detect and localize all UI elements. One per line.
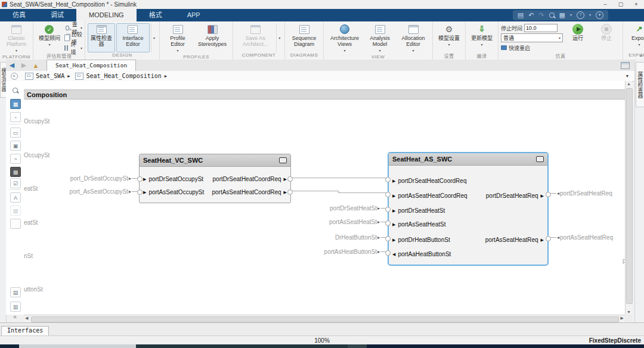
input-port[interactable]: ▶ portDrHeatButtonSt [390,237,450,243]
tab-format[interactable]: 格式 [137,9,175,21]
input-port[interactable]: ▶ portDrSeatHeatCoordReq [390,178,466,184]
sequence-diagram-button[interactable]: Sequence Diagram [287,23,321,52]
port-socket[interactable] [287,176,293,182]
environment-button[interactable]: 环境▾ [64,44,82,52]
output-port[interactable]: portAsSeatHeatCoordReq ▶ [212,189,289,195]
connector-wire[interactable] [338,192,388,193]
reversed-port[interactable]: ◀ portAaHeatButtonSt [390,251,451,257]
save-as-architecture-button[interactable]: Save As Architect... [236,23,275,52]
block-header[interactable]: SeatHeat_AS_SWC [389,153,547,166]
interface-editor-button[interactable]: Interface Editor [116,23,150,52]
minimize-button[interactable]: – [597,0,613,9]
simulation-mode-select[interactable]: 普通▾ [501,33,563,42]
input-port[interactable]: ▶ portDrSeatHeatSt [390,207,445,214]
classic-platform-button[interactable]: Classic Platform▾ [2,23,30,54]
up-arrow-icon[interactable]: ▲ [30,62,42,69]
external-output-label[interactable]: ◂portAsSeatHeatReq [549,234,613,241]
external-input-label[interactable]: portAsHeatButtonSt▸ [324,248,388,255]
block-header[interactable]: SeatHeat_VC_SWC [140,154,290,167]
annotation-box-tool-icon[interactable]: ▫ [10,112,21,122]
port-socket[interactable] [546,236,551,241]
external-input-label[interactable]: DrHeatButtonSt▸ [335,234,388,241]
profile-editor-button[interactable]: Profile Editor▾ [162,23,193,54]
ribbon-options-icon[interactable]: ▾ [596,11,603,19]
check-tool-icon[interactable]: ☑ [10,178,21,188]
window-layout-icon[interactable]: ▦ [559,11,565,20]
apply-stereotypes-button[interactable]: Apply Stereotypes [194,23,230,54]
document-tab[interactable]: Seat_Heat_Composition [47,60,136,71]
annotation-text-tool-icon[interactable]: A [10,192,21,203]
run-button[interactable]: 运行 [564,23,592,52]
explore-icon[interactable] [11,73,18,80]
model-advisor-button[interactable]: ✓ 模型顾问▾ [36,23,63,52]
port-socket[interactable] [546,192,551,197]
architecture-views-button[interactable]: Architecture Views▾ [326,23,363,54]
save-icon[interactable]: ▤ [518,11,524,20]
fast-restart-toggle[interactable]: 快速重启 [501,44,563,52]
layout-dropdown-icon[interactable]: ▾ [570,11,572,20]
output-port[interactable]: portAsSeatHeatReq ▶ [485,237,546,243]
image-tool-icon[interactable]: ▨ [10,206,21,216]
port-socket[interactable] [137,189,143,195]
tab-modeling[interactable]: MODELING [76,9,137,21]
external-output-label[interactable]: ◂portDrSeatHeatReq [549,190,612,197]
output-port[interactable]: portDrSeatHeatReq ▶ [486,192,546,199]
interfaces-tab[interactable]: Interfaces [1,326,49,336]
output-port[interactable]: portDrSeatHeatCoordReq ▶ [213,176,289,182]
stop-button[interactable]: 停止 [593,23,620,52]
breadcrumb-item-model[interactable]: Seat_SWA [36,73,64,79]
scroll-left-icon[interactable]: ◀ [25,316,28,321]
dark-block-tool-icon[interactable]: ▩ [10,167,21,177]
help-icon[interactable]: ? [577,11,584,19]
signal-tool-icon[interactable]: ~ [10,154,21,164]
port-socket[interactable] [385,236,391,241]
design-gallery-dropdown[interactable]: ▾ [151,23,157,52]
scroll-down-icon[interactable]: ▼ [626,310,632,314]
redo-icon[interactable]: ↷ [538,11,544,20]
export-button[interactable]: ↗ Export▾ [626,23,644,52]
breadcrumb-dropdown-icon[interactable]: ▼ [626,74,628,79]
external-input-label[interactable]: port_AsSeatOccupySt▸ [70,188,139,195]
back-arrow-icon[interactable]: ◀ [6,61,18,69]
analysis-model-button[interactable]: Analysis Model▾ [364,23,395,54]
input-port[interactable]: ▶ portAsSeatOccupySt [141,189,204,195]
scroll-up-icon[interactable]: ▲ [626,82,632,86]
search-icon[interactable] [549,13,555,18]
breadcrumb-item-composition[interactable]: Seat_Heat_Composition [86,73,161,79]
port-socket[interactable] [385,220,391,226]
connector-wire[interactable] [291,191,338,191]
allocation-editor-button[interactable]: Allocation Editor▾ [397,23,430,54]
viewmark-tool-icon[interactable]: ▥ [10,302,21,312]
property-inspector-button[interactable]: 属性检查器 [88,23,115,52]
model-settings-button[interactable]: ⚙ 模型设置▾ [435,23,463,52]
property-inspector-tab[interactable]: 属性检查器 [636,62,644,107]
collapse-palette-icon[interactable]: « [10,312,20,321]
collapse-ribbon-icon[interactable]: ▴ [640,52,642,58]
port-socket[interactable] [137,176,143,182]
port-socket[interactable] [385,177,391,182]
input-port[interactable]: ▶ portAsSeatHeatSt [390,221,445,228]
help-dropdown-icon[interactable]: ▾ [589,11,591,20]
tab-debug[interactable]: 调试 [38,9,76,21]
diagram-canvas[interactable]: Composition OccupySt OccupySt eatSt eatS… [24,81,625,315]
tab-app[interactable]: APP [175,9,213,21]
port-socket[interactable] [385,192,391,197]
connector-wire[interactable] [291,178,388,178]
stop-time-input[interactable]: 10.0 [524,24,558,32]
horizontal-scroll-thumb[interactable] [31,316,619,322]
update-model-button[interactable]: ⇩ 更新模型▾ [468,23,496,52]
forward-arrow-icon[interactable]: ▶ [18,61,30,69]
external-input-label[interactable]: portAsSeatHeatSt▸ [329,219,388,225]
external-input-label[interactable]: portDrSeatHeatSt▸ [330,205,388,212]
undo-icon[interactable]: ↶ [528,11,534,20]
input-port[interactable]: ▶ portAsSeatHeatCoordReq [390,192,467,199]
subsystem-tool-icon[interactable]: ▭ [10,128,21,138]
empty-box-tool-icon[interactable] [10,219,21,229]
input-port[interactable]: ▶ portDrSeatOccupySt [141,176,203,182]
port-socket[interactable] [385,250,391,256]
library-tool-icon[interactable]: ▦ [10,99,21,109]
panes-icon[interactable] [621,62,630,69]
close-button[interactable]: × [628,0,644,9]
vertical-scrollbar[interactable]: ▲ ▼ [625,81,632,315]
port-socket[interactable] [385,207,391,212]
